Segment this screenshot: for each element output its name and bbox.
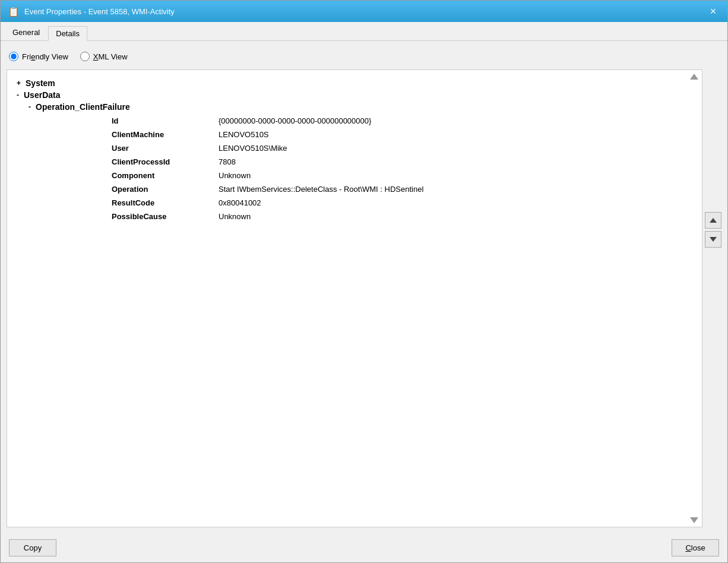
table-row: PossibleCause Unknown — [112, 210, 692, 223]
field-value-id: {00000000-0000-0000-0000-000000000000} — [219, 116, 371, 125]
field-key-possiblecause: PossibleCause — [112, 212, 219, 221]
xml-view-radio[interactable] — [80, 52, 90, 61]
system-node-label: System — [26, 78, 55, 88]
field-key-id: Id — [112, 116, 219, 125]
table-row: User LENOVO510S\Mike — [112, 141, 692, 155]
ocf-node-header: - Operation_ClientFailure — [29, 102, 692, 112]
field-key-user: User — [112, 144, 219, 153]
window-title: Event Properties - Event 5858, WMI-Activ… — [24, 7, 175, 16]
userdata-node-header: - UserData — [17, 90, 692, 100]
copy-button[interactable]: Copy — [9, 539, 56, 556]
title-bar: 📋 Event Properties - Event 5858, WMI-Act… — [1, 1, 727, 22]
title-bar-left: 📋 Event Properties - Event 5858, WMI-Act… — [8, 5, 175, 17]
friendly-view-label: Friendly View — [22, 52, 68, 61]
ocf-expand-icon: - — [29, 103, 31, 111]
field-key-component: Component — [112, 171, 219, 180]
tab-general[interactable]: General — [5, 26, 47, 40]
main-window: 📋 Event Properties - Event 5858, WMI-Act… — [0, 0, 728, 563]
ocf-node-label: Operation_ClientFailure — [36, 102, 130, 112]
table-row: Id {00000000-0000-0000-0000-000000000000… — [112, 114, 692, 128]
view-options: Friendly View XML View — [7, 47, 721, 66]
scroll-up-arrow-icon — [710, 218, 717, 223]
close-button[interactable]: Close — [672, 539, 719, 556]
footer: Copy Close — [1, 533, 727, 562]
field-value-resultcode: 0x80041002 — [219, 198, 261, 207]
field-value-operation: Start IWbemServices::DeleteClass - Root\… — [219, 185, 423, 194]
operation-client-failure-node[interactable]: - Operation_ClientFailure Id {00000000-0… — [29, 102, 692, 223]
system-expand-icon: + — [17, 79, 21, 87]
scroll-down-button[interactable] — [705, 231, 721, 248]
friendly-view-option[interactable]: Friendly View — [9, 52, 68, 61]
table-row: Component Unknown — [112, 169, 692, 182]
xml-view-label: XML View — [93, 52, 128, 61]
table-row: ClientMachine LENOVO510S — [112, 128, 692, 141]
field-value-component: Unknown — [219, 171, 251, 180]
field-key-clientmachine: ClientMachine — [112, 130, 219, 139]
system-node-header: + System — [17, 78, 692, 88]
field-key-resultcode: ResultCode — [112, 198, 219, 207]
table-row: ResultCode 0x80041002 — [112, 196, 692, 210]
userdata-expand-icon: - — [17, 91, 19, 99]
tab-bar: General Details — [1, 22, 727, 41]
scroll-down-indicator — [690, 517, 698, 523]
tab-details[interactable]: Details — [48, 26, 87, 41]
content-area: Friendly View XML View + System — [1, 41, 727, 533]
field-value-clientmachine: LENOVO510S — [219, 130, 269, 139]
chevron-up-icon — [690, 74, 698, 80]
friendly-view-radio[interactable] — [9, 52, 18, 61]
close-window-button[interactable]: × — [706, 4, 720, 18]
data-rows: Id {00000000-0000-0000-0000-000000000000… — [112, 114, 692, 223]
field-value-clientprocessid: 7808 — [219, 157, 236, 166]
scroll-down-arrow-icon — [710, 237, 717, 242]
field-key-clientprocessid: ClientProcessId — [112, 157, 219, 166]
field-value-possiblecause: Unknown — [219, 212, 251, 221]
chevron-down-icon — [690, 517, 698, 523]
scroll-up-button[interactable] — [705, 212, 721, 229]
xml-view-option[interactable]: XML View — [80, 52, 128, 61]
userdata-node[interactable]: - UserData - Operation_ClientFailure — [17, 90, 692, 223]
userdata-node-label: UserData — [24, 90, 60, 100]
window-icon: 📋 — [8, 5, 20, 17]
field-value-user: LENOVO510S\Mike — [219, 144, 287, 153]
close-button-label: Close — [685, 543, 705, 552]
system-node[interactable]: + System — [17, 78, 692, 88]
table-row: ClientProcessId 7808 — [112, 155, 692, 169]
scroll-up-indicator — [690, 74, 698, 80]
data-panel-wrapper: + System - UserData - Operation_ClientF — [7, 69, 721, 527]
scroll-buttons — [705, 69, 721, 527]
field-key-operation: Operation — [112, 185, 219, 194]
data-panel: + System - UserData - Operation_ClientF — [7, 69, 702, 527]
table-row: Operation Start IWbemServices::DeleteCla… — [112, 182, 692, 196]
